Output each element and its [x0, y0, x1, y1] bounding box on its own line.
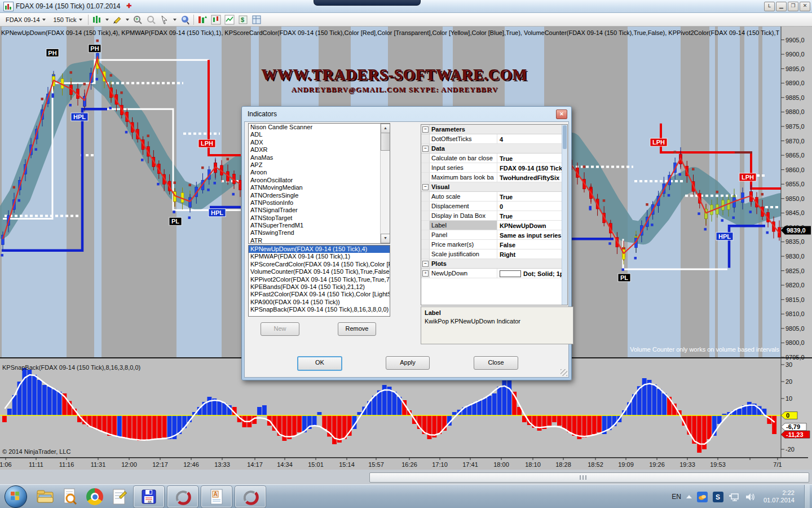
scroll-up-icon[interactable]: ▲ [381, 124, 390, 133]
property-value[interactable]: Right [497, 249, 567, 259]
property-row[interactable]: Display in Data BoxTrue [421, 211, 567, 221]
network-tray-icon[interactable] [729, 492, 739, 502]
property-value[interactable]: 0 [497, 202, 567, 211]
property-value[interactable]: 4 [497, 134, 567, 143]
configured-indicator-item[interactable]: KPNewUpDown(FDAX 09-14 (150 Tick),4) [249, 246, 390, 253]
dollar-icon[interactable]: $ [238, 15, 248, 25]
scroll-down-icon[interactable]: ▼ [381, 234, 390, 243]
remove-button[interactable]: Remove [338, 322, 376, 336]
dialog-close-icon[interactable]: ✕ [556, 110, 567, 119]
configured-indicator-item[interactable]: KPFast2Color(FDAX 09-14 (150 Tick),Color… [249, 291, 390, 298]
property-section[interactable]: −Data [421, 144, 567, 154]
collapse-icon[interactable]: − [422, 126, 429, 133]
property-value[interactable]: True [497, 192, 567, 201]
property-row[interactable]: +NewUpDownDot; Solid; 1px [421, 269, 567, 278]
chevron-down-icon[interactable] [173, 19, 176, 21]
property-row[interactable]: Calculate on bar closeTrue [421, 154, 567, 163]
property-value[interactable]: True [497, 154, 567, 163]
indicator-list-item[interactable]: ATNswingTrend [249, 229, 390, 237]
background-window-edge[interactable] [314, 0, 421, 6]
configured-indicator-item[interactable]: VolumeCounter(FDAX 09-14 (150 Tick),True… [249, 268, 390, 275]
line-chart-icon[interactable] [224, 15, 235, 25]
search-icon[interactable] [60, 487, 80, 506]
chart-style-icon[interactable] [92, 15, 102, 25]
property-value[interactable]: Same as input series [497, 230, 567, 239]
indicator-list-item[interactable]: ADX [249, 139, 390, 146]
available-indicators-list[interactable]: Nison Candle ScannerADLADXADXRAnaMasAPZA… [248, 123, 390, 244]
start-button[interactable] [5, 485, 27, 508]
scrollbar-grip[interactable] [580, 475, 588, 480]
indicator-list-item[interactable]: ATNMovingMedian [249, 184, 390, 191]
property-section[interactable]: −Visual [421, 182, 567, 192]
indicator-list-item[interactable]: ATNSignalTrader [249, 207, 390, 214]
scroll-thumb[interactable] [563, 125, 567, 149]
plot-color-swatch[interactable] [500, 270, 521, 277]
notepad-icon[interactable] [110, 487, 129, 506]
resize-grip[interactable] [561, 369, 567, 376]
property-value[interactable]: KPNewUpDown [497, 221, 567, 230]
restore-button[interactable]: ❐ [788, 2, 798, 11]
hidden-icons-caret[interactable] [686, 495, 692, 498]
grid-scrollbar[interactable] [562, 125, 567, 305]
configured-indicator-item[interactable]: KPSnapBack(FDAX 09-14 (150 Tick),8,16,3,… [249, 306, 390, 313]
l-button[interactable]: L [764, 2, 775, 11]
property-section[interactable]: −Plots [421, 259, 567, 269]
volume-tray-icon[interactable] [744, 492, 755, 502]
minimize-button[interactable]: ▁ [776, 2, 787, 11]
indicator-list-item[interactable]: ADXR [249, 146, 390, 154]
apply-button[interactable]: Apply [386, 356, 430, 370]
property-row[interactable]: Input seriesFDAX 09-14 (150 Tick) [421, 163, 567, 173]
new-button[interactable]: New [261, 322, 299, 336]
close-button[interactable]: ✕ [800, 2, 810, 11]
indicator-list-item[interactable]: ATR [249, 237, 390, 244]
show-desktop-button[interactable] [804, 485, 810, 508]
property-row[interactable]: Price marker(s)False [421, 240, 567, 249]
chrome-icon[interactable] [85, 487, 104, 506]
explorer-icon[interactable] [36, 487, 55, 506]
indicator-list-item[interactable]: ATNOrdersSingle [249, 192, 390, 199]
expand-icon[interactable]: + [422, 270, 429, 277]
zoom-out-icon[interactable] [146, 15, 156, 25]
data-box-icon[interactable] [180, 15, 190, 25]
configured-indicator-item[interactable]: KPPivot2Color(FDAX 09-14 (150 Tick),True… [249, 276, 390, 283]
property-value[interactable]: FDAX 09-14 (150 Tick) [497, 163, 567, 172]
indicator-list-item[interactable]: ATNSuperTrendM1 [249, 222, 390, 229]
configured-indicators-list[interactable]: KPNewUpDown(FDAX 09-14 (150 Tick),4)KPMW… [248, 245, 390, 317]
taskbar-app-floppy[interactable]: -64- [134, 486, 164, 507]
indicator-list-item[interactable]: AnaMas [249, 154, 390, 161]
configured-indicator-item[interactable]: KPScoreCardColor(FDAX 09-14 (150 Tick),C… [249, 261, 390, 268]
chart-trader-icon[interactable] [197, 15, 208, 25]
taskbar-app-word-doc[interactable]: A [201, 486, 232, 507]
indicator-list-item[interactable]: Nison Candle Scanner [249, 124, 390, 131]
chevron-down-icon[interactable] [105, 19, 109, 21]
candles-panel-icon[interactable] [211, 15, 221, 25]
skype-tray-icon[interactable]: S [713, 492, 723, 502]
configured-indicator-item[interactable]: KPMWAP(FDAX 09-14 (150 Tick),1) [249, 253, 390, 260]
indicator-list-item[interactable]: Aroon [249, 169, 390, 176]
property-value[interactable]: True [497, 211, 567, 220]
language-indicator[interactable]: EN [672, 493, 681, 501]
list-scrollbar[interactable]: ▲ ▼ [380, 124, 390, 243]
property-section[interactable]: −Parameters [421, 125, 567, 134]
cursor-icon[interactable] [160, 15, 170, 25]
property-row[interactable]: LabelKPNewUpDown [421, 221, 567, 230]
horizontal-scrollbar[interactable] [369, 472, 809, 483]
interval-dropdown[interactable]: 150 Tick [51, 15, 85, 24]
property-row[interactable]: Maximum bars look baTwoHundredFiftySix [421, 173, 567, 182]
property-row[interactable]: Scale justificationRight [421, 249, 567, 259]
taskbar-clock[interactable]: 2:22 01.07.2014 [764, 489, 795, 504]
indicator-list-item[interactable]: APZ [249, 161, 390, 169]
collapse-icon[interactable]: − [422, 261, 429, 267]
taskbar-app-ninjatrader-2[interactable] [235, 486, 266, 507]
chevron-down-icon[interactable] [126, 19, 129, 21]
collapse-icon[interactable]: − [422, 184, 429, 190]
indicator-list-item[interactable]: AroonOscillator [249, 177, 390, 184]
indicator-list-item[interactable]: ATNPostionInfo [249, 199, 390, 207]
taskbar-app-ninjatrader[interactable] [167, 486, 198, 507]
configured-indicator-item[interactable]: KPEBands(FDAX 09-14 (150 Tick),21,12) [249, 283, 390, 291]
property-row[interactable]: Displacement0 [421, 202, 567, 211]
indicator-list-item[interactable]: ATNStopTarget [249, 214, 390, 222]
scroll-thumb[interactable] [381, 133, 390, 151]
ok-button[interactable]: OK [297, 356, 342, 371]
configured-indicator-item[interactable]: KPA900(FDAX 09-14 (150 Tick)) [249, 299, 390, 306]
